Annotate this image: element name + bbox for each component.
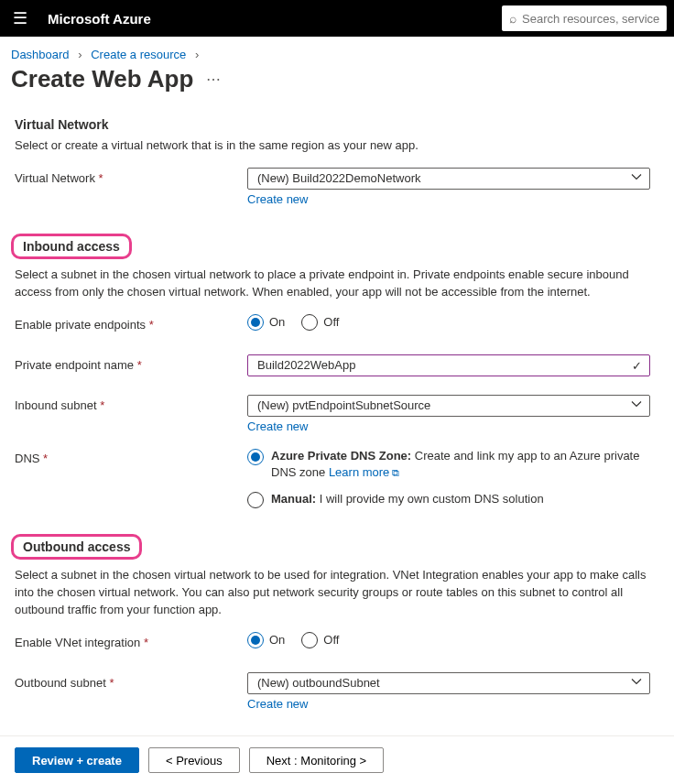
menu-icon[interactable]: ☰ <box>7 5 33 32</box>
radio-selected-icon <box>247 314 264 331</box>
chevron-right-icon: › <box>72 48 87 61</box>
vnet-label: Virtual Network * <box>15 168 247 185</box>
next-button[interactable]: Next : Monitoring > <box>249 747 384 773</box>
page-title: Create Web App <box>11 65 193 93</box>
check-icon: ✓ <box>632 358 642 372</box>
outbound-subnet-create-new-link[interactable]: Create new <box>247 697 308 711</box>
breadcrumb-create-resource[interactable]: Create a resource <box>91 48 186 61</box>
brand-label: Microsoft Azure <box>48 11 151 27</box>
outbound-subnet-label: Outbound subnet * <box>15 672 247 690</box>
vnet-integration-on-radio[interactable]: On <box>247 632 285 648</box>
vnet-description: Select or create a virtual network that … <box>15 137 659 155</box>
inbound-subnet-select[interactable]: (New) pvtEndpointSubnetSource <box>247 395 650 417</box>
search-input[interactable] <box>522 12 659 26</box>
global-search[interactable]: ⌕ <box>502 5 667 31</box>
page-title-row: Create Web App ⋯ <box>0 61 674 110</box>
vnet-integration-off-radio[interactable]: Off <box>301 632 339 648</box>
outbound-description: Select a subnet in the chosen virtual ne… <box>15 567 659 619</box>
more-actions-button[interactable]: ⋯ <box>202 71 224 88</box>
radio-icon <box>301 632 318 648</box>
private-endpoint-name-input[interactable]: Build2022WebApp ✓ <box>247 354 650 376</box>
enable-private-endpoints-label: Enable private endpoints * <box>15 314 247 332</box>
vnet-create-new-link[interactable]: Create new <box>247 192 308 206</box>
dns-azure-radio[interactable]: Azure Private DNS Zone: Create and link … <box>247 448 650 483</box>
inbound-subnet-label: Inbound subnet * <box>15 395 247 412</box>
wizard-footer: Review + create < Previous Next : Monito… <box>0 735 674 784</box>
chevron-down-icon <box>631 398 642 412</box>
outbound-subnet-value: (New) outboundSubnet <box>257 676 380 690</box>
vnet-select[interactable]: (New) Build2022DemoNetwork <box>247 168 650 190</box>
previous-button[interactable]: < Previous <box>148 747 240 773</box>
private-endpoint-name-value: Build2022WebApp <box>257 358 355 372</box>
review-create-button[interactable]: Review + create <box>15 747 139 773</box>
dns-manual-radio[interactable]: Manual: I will provide my own custom DNS… <box>247 491 650 508</box>
inbound-heading: Inbound access <box>23 239 120 254</box>
outbound-highlight: Outbound access <box>11 534 142 560</box>
private-endpoints-off-radio[interactable]: Off <box>301 314 339 331</box>
outbound-subnet-select[interactable]: (New) outboundSubnet <box>247 672 650 694</box>
private-endpoint-name-label: Private endpoint name * <box>15 354 247 372</box>
dns-learn-more-link[interactable]: Learn more⧉ <box>329 465 399 479</box>
external-link-icon: ⧉ <box>392 467 399 478</box>
enable-vnet-integration-label: Enable VNet integration * <box>15 632 247 649</box>
vnet-heading: Virtual Network <box>15 117 659 132</box>
inbound-highlight: Inbound access <box>11 234 132 259</box>
radio-selected-icon <box>247 449 264 465</box>
topbar: ☰ Microsoft Azure ⌕ <box>0 0 674 37</box>
inbound-subnet-value: (New) pvtEndpointSubnetSource <box>257 398 430 412</box>
chevron-right-icon: › <box>190 48 204 61</box>
breadcrumb-dashboard[interactable]: Dashboard <box>11 48 70 61</box>
outbound-heading: Outbound access <box>23 539 130 554</box>
inbound-description: Select a subnet in the chosen virtual ne… <box>15 267 659 301</box>
breadcrumb: Dashboard › Create a resource › <box>0 37 674 61</box>
dns-label: DNS * <box>15 448 247 465</box>
private-endpoints-on-radio[interactable]: On <box>247 314 285 331</box>
radio-selected-icon <box>247 632 264 648</box>
inbound-subnet-create-new-link[interactable]: Create new <box>247 419 308 433</box>
search-icon: ⌕ <box>509 11 516 26</box>
radio-icon <box>301 314 318 331</box>
vnet-value: (New) Build2022DemoNetwork <box>257 171 420 185</box>
radio-icon <box>247 492 264 508</box>
chevron-down-icon <box>631 676 642 690</box>
form-content: Virtual Network Select or create a virtu… <box>0 117 674 784</box>
chevron-down-icon <box>631 171 642 185</box>
